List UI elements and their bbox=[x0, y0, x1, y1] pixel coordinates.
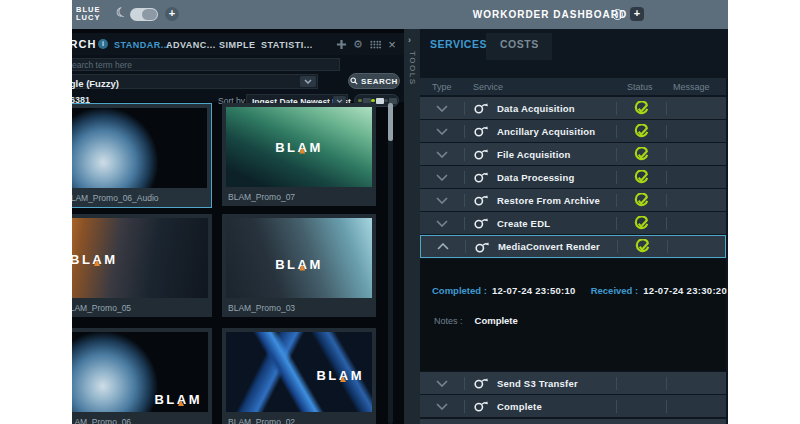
drag-grid-icon[interactable] bbox=[369, 38, 381, 50]
service-name: Send S3 Transfer bbox=[497, 378, 578, 389]
status-success-icon bbox=[617, 193, 666, 208]
blue-lucy-logo: BLUE LUCY bbox=[76, 6, 100, 22]
expand-chevron-icon[interactable] bbox=[420, 128, 464, 135]
asset-label: BLAM_Promo_05 bbox=[72, 303, 208, 313]
status-success-icon bbox=[617, 147, 666, 162]
add-widget-button[interactable]: + bbox=[165, 7, 179, 21]
search-button[interactable]: SEARCH bbox=[348, 73, 400, 89]
asset-tile[interactable]: BLAM BLAM_Promo_07 bbox=[222, 103, 376, 206]
service-row[interactable]: Create EDL bbox=[420, 212, 726, 234]
workflow-icon bbox=[473, 102, 489, 114]
asset-label: BLAM_Promo_02 bbox=[226, 417, 372, 424]
asset-tile[interactable]: BLAM BLAM_Promo_03 bbox=[222, 214, 376, 317]
expand-chevron-icon[interactable] bbox=[420, 403, 464, 410]
service-name: File Acquisition bbox=[497, 149, 571, 160]
blam-watermark: BLAM bbox=[316, 368, 364, 383]
tab-costs[interactable]: COSTS bbox=[500, 38, 539, 50]
service-row[interactable]: Send S3 Transfer bbox=[420, 372, 726, 394]
dashboard-add-button[interactable]: + bbox=[630, 7, 644, 21]
expand-chevron-icon[interactable] bbox=[420, 220, 464, 227]
services-table-header: Type Service Status Message bbox=[420, 78, 726, 95]
moon-icon: ☾ bbox=[114, 4, 129, 22]
notes-value: Complete bbox=[475, 315, 518, 326]
toggle-knob bbox=[142, 9, 157, 20]
completed-timestamp: 12-07-24 23:50:10 bbox=[492, 285, 576, 296]
next-row-sliver bbox=[420, 419, 726, 424]
completed-label: Completed : bbox=[432, 285, 487, 296]
workflow-icon bbox=[473, 125, 489, 137]
tab-simple[interactable]: SIMPLE bbox=[219, 40, 256, 50]
column-type: Type bbox=[432, 82, 452, 92]
expand-chevron-icon[interactable] bbox=[420, 197, 464, 204]
search-widget-title: SEARCH bbox=[72, 38, 96, 50]
move-widget-icon[interactable] bbox=[335, 38, 347, 50]
service-row[interactable]: Data Acquisition bbox=[420, 97, 726, 119]
service-row[interactable]: Ancillary Acquisition bbox=[420, 120, 726, 142]
service-row-expanded[interactable]: MediaConvert Render bbox=[420, 235, 726, 258]
column-status: Status bbox=[627, 82, 653, 92]
screenshot-stage: BLUE LUCY ☾ + WORKORDER DASHBOARD i + SE… bbox=[0, 0, 800, 424]
top-bar: BLUE LUCY ☾ + WORKORDER DASHBOARD i + bbox=[72, 0, 728, 29]
blam-watermark: BLAM bbox=[275, 257, 323, 272]
tab-advanced[interactable]: ADVANC... bbox=[166, 40, 216, 50]
asset-label: BLAM_Promo_03 bbox=[226, 303, 372, 313]
expand-chevron-icon[interactable] bbox=[420, 174, 464, 181]
service-row[interactable]: Data Processing bbox=[420, 166, 726, 188]
received-label: Received : bbox=[591, 285, 639, 296]
expand-chevron-icon[interactable] bbox=[420, 380, 464, 387]
workorder-dashboard-title: WORKORDER DASHBOARD bbox=[440, 9, 660, 20]
service-detail-panel: Completed : 12-07-24 23:50:10 Received :… bbox=[420, 259, 726, 371]
tab-services[interactable]: SERVICES bbox=[430, 38, 487, 50]
search-input[interactable] bbox=[72, 58, 340, 71]
blam-watermark: BLAM bbox=[275, 140, 323, 155]
asset-tile[interactable]: BLAM BLAM_Promo_02 bbox=[222, 328, 376, 424]
column-service: Service bbox=[473, 82, 503, 92]
workflow-icon bbox=[473, 217, 489, 229]
blam-watermark: BLAM bbox=[154, 392, 202, 407]
status-success-icon bbox=[617, 124, 666, 139]
asset-thumbnail-storm: BLAM bbox=[226, 218, 372, 298]
tools-label: TOOLS bbox=[408, 51, 417, 85]
collapse-chevron-icon[interactable] bbox=[421, 243, 465, 250]
column-message: Message bbox=[673, 82, 710, 92]
expand-chevron-icon[interactable] bbox=[420, 151, 464, 158]
received-timestamp: 12-07-24 23:30:20 bbox=[643, 285, 727, 296]
asset-tile[interactable]: BLAM BLAM_Promo_05 bbox=[72, 214, 212, 317]
match-mode-value: Single (Fuzzy) bbox=[72, 78, 119, 89]
status-success-icon bbox=[617, 101, 666, 116]
close-widget-icon[interactable]: × bbox=[386, 38, 398, 50]
scrollbar-thumb[interactable] bbox=[388, 103, 393, 141]
tab-standard[interactable]: STANDAR... bbox=[114, 40, 170, 50]
asset-label: BLAM_Promo_06 bbox=[72, 417, 208, 424]
gear-icon[interactable]: ⚙ bbox=[352, 38, 364, 50]
service-row[interactable]: Complete bbox=[420, 395, 726, 417]
service-name: MediaConvert Render bbox=[498, 241, 600, 252]
results-scrollbar[interactable] bbox=[388, 103, 393, 424]
asset-thumbnail-aurora: BLAM bbox=[226, 107, 372, 187]
blam-application-window: BLUE LUCY ☾ + WORKORDER DASHBOARD i + SE… bbox=[72, 0, 728, 424]
tab-statistics[interactable]: STATISTI... bbox=[261, 40, 313, 50]
asset-thumbnail-sunset: BLAM bbox=[72, 218, 208, 298]
status-success-icon bbox=[618, 239, 667, 254]
asset-tile[interactable]: BLAM BLAM_Promo_06 bbox=[72, 328, 212, 424]
workflow-icon bbox=[473, 400, 489, 412]
asset-thumbnail-earth: BLAM bbox=[72, 332, 208, 412]
info-icon[interactable]: i bbox=[612, 9, 623, 20]
asset-tile[interactable]: BLAM_Promo_06_Audio bbox=[72, 103, 212, 208]
search-widget-body: Single (Fuzzy) SEARCH Results: 6381 Sort… bbox=[72, 55, 404, 102]
search-widget-header: SEARCH i STANDAR... ADVANC... SIMPLE STA… bbox=[72, 33, 404, 55]
match-mode-select[interactable]: Single (Fuzzy) bbox=[72, 74, 318, 89]
chevron-down-icon[interactable] bbox=[300, 76, 316, 87]
search-info-icon[interactable]: i bbox=[98, 39, 108, 49]
theme-toggle-switch[interactable] bbox=[130, 8, 158, 21]
blam-watermark: BLAM bbox=[72, 252, 118, 267]
service-name: Ancillary Acquisition bbox=[497, 126, 595, 137]
expand-chevron-icon[interactable] bbox=[420, 105, 464, 112]
tools-expand-chevron[interactable]: › bbox=[408, 35, 411, 45]
logo-line-2: LUCY bbox=[76, 14, 100, 22]
service-row[interactable]: File Acquisition bbox=[420, 143, 726, 165]
service-name: Restore From Archive bbox=[497, 195, 600, 206]
service-name: Data Acquisition bbox=[497, 103, 575, 114]
service-row[interactable]: Restore From Archive bbox=[420, 189, 726, 211]
magnifier-icon bbox=[350, 77, 358, 85]
